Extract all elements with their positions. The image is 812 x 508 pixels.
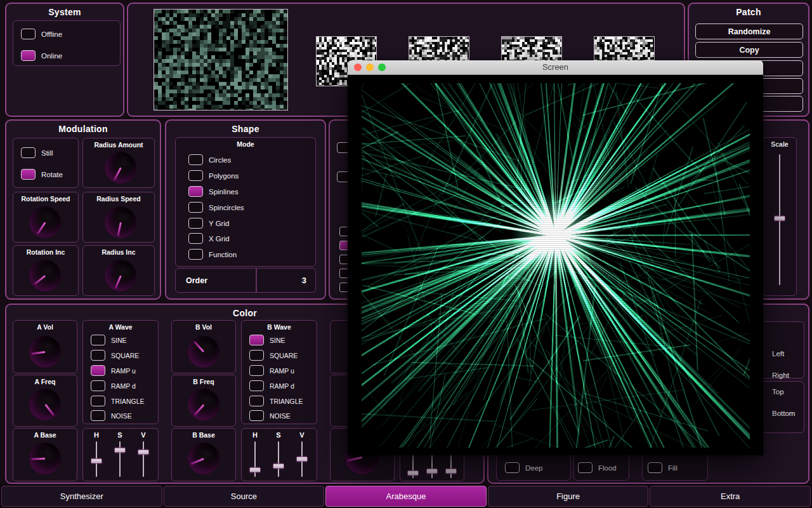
tab-synthesizer[interactable]: Synthesizer xyxy=(1,486,162,507)
a-wave-square[interactable]: SQUARE xyxy=(91,350,139,361)
slider-handle[interactable] xyxy=(445,469,457,474)
b-wave-sine[interactable]: SINE xyxy=(249,335,285,345)
a-vol-knob[interactable] xyxy=(29,336,61,368)
b-wave-square[interactable]: SQUARE xyxy=(249,350,298,361)
b-noise-checkbox[interactable] xyxy=(249,410,264,421)
a-h-slider[interactable] xyxy=(90,441,103,477)
slider-handle[interactable] xyxy=(249,467,261,472)
modulation-title: Modulation xyxy=(6,124,160,134)
b-wave-rampd[interactable]: RAMP d xyxy=(249,380,294,391)
online-checkbox[interactable] xyxy=(21,50,36,61)
a-v-slider[interactable] xyxy=(137,441,150,477)
ygrid-checkbox[interactable] xyxy=(188,218,203,229)
spinlines-checkbox[interactable] xyxy=(188,186,203,197)
radius-inc-knob[interactable] xyxy=(105,260,136,291)
a-wave-noise[interactable]: NOISE xyxy=(91,410,132,421)
slider-handle[interactable] xyxy=(774,215,785,221)
b-wave-rampu[interactable]: RAMP u xyxy=(249,365,294,376)
b-wave-triangle[interactable]: TRIANGLE xyxy=(249,396,303,406)
a-rampu-checkbox[interactable] xyxy=(91,365,105,376)
a-wave-triangle[interactable]: TRIANGLE xyxy=(91,396,145,406)
randomize-button[interactable]: Randomize xyxy=(695,23,803,39)
a-wave-rampu[interactable]: RAMP u xyxy=(91,365,136,376)
fill-label: Fill xyxy=(668,464,678,472)
mode-option-ygrid[interactable]: Y Grid xyxy=(188,218,229,229)
left-label[interactable]: Left xyxy=(772,350,784,358)
mode-option-circles[interactable]: Circles xyxy=(188,154,231,165)
slider-handle[interactable] xyxy=(296,457,308,462)
b-rampd-checkbox[interactable] xyxy=(249,380,264,391)
mode-option-function[interactable]: Function xyxy=(188,249,237,260)
deep-checkbox[interactable] xyxy=(505,462,520,473)
slider-handle[interactable] xyxy=(91,458,102,464)
b-base-knob[interactable] xyxy=(188,443,219,474)
b-v-slider[interactable] xyxy=(296,441,308,477)
mode-option-spincircles[interactable]: Spincircles xyxy=(188,202,244,213)
b-triangle-checkbox[interactable] xyxy=(249,396,264,406)
window-titlebar[interactable]: Screen xyxy=(348,60,763,75)
fill-checkbox[interactable] xyxy=(648,462,662,473)
bottom-label[interactable]: Bottom xyxy=(772,410,795,417)
scale-slider[interactable] xyxy=(772,154,787,285)
tab-source[interactable]: Source xyxy=(164,486,325,507)
polygons-checkbox[interactable] xyxy=(188,170,203,181)
scale-label: Scale xyxy=(763,140,796,148)
rotation-speed-knob[interactable] xyxy=(29,206,61,238)
slider-handle[interactable] xyxy=(407,470,419,476)
a-square-checkbox[interactable] xyxy=(91,350,105,361)
a-freq-knob[interactable] xyxy=(29,389,61,420)
copy-button[interactable]: Copy xyxy=(695,42,803,58)
b-vol-knob[interactable] xyxy=(188,336,219,368)
a-rampd-checkbox[interactable] xyxy=(91,380,105,391)
a-s-slider[interactable] xyxy=(114,441,126,477)
radius-amount-knob[interactable] xyxy=(105,152,136,184)
slider-handle[interactable] xyxy=(273,464,284,469)
slider-handle[interactable] xyxy=(426,469,438,474)
b-s-slider[interactable] xyxy=(272,441,285,477)
right-label[interactable]: Right xyxy=(772,371,789,379)
rotate-checkbox[interactable] xyxy=(21,169,36,180)
mode-option-polygons[interactable]: Polygons xyxy=(188,170,239,181)
a-base-knob[interactable] xyxy=(29,443,61,474)
function-checkbox[interactable] xyxy=(188,249,203,260)
flood-option[interactable]: Flood xyxy=(578,462,617,473)
spincircles-checkbox[interactable] xyxy=(188,202,203,213)
tab-arabesque[interactable]: Arabesque xyxy=(325,486,487,507)
circles-checkbox[interactable] xyxy=(188,154,203,165)
mode-option-spinlines[interactable]: Spinlines xyxy=(188,186,239,197)
tab-extra[interactable]: Extra xyxy=(650,486,811,507)
rotate-option[interactable]: Rotate xyxy=(21,169,63,180)
b-sine-checkbox[interactable] xyxy=(249,335,264,345)
large-noise-preview[interactable] xyxy=(154,9,288,110)
a-sine-checkbox[interactable] xyxy=(91,335,105,345)
a-noise-checkbox[interactable] xyxy=(91,410,105,421)
offline-checkbox[interactable] xyxy=(21,29,36,39)
a-wave-sine[interactable]: SINE xyxy=(91,335,127,345)
b-rampu-checkbox[interactable] xyxy=(249,365,264,376)
top-label[interactable]: Top xyxy=(772,388,784,396)
b-square-checkbox[interactable] xyxy=(249,350,264,361)
b-freq-knob[interactable] xyxy=(188,389,219,420)
slider-handle[interactable] xyxy=(138,449,149,455)
xgrid-checkbox[interactable] xyxy=(188,233,203,244)
flood-checkbox[interactable] xyxy=(578,462,593,473)
b-h-slider[interactable] xyxy=(249,441,261,477)
fill-option[interactable]: Fill xyxy=(648,462,678,473)
deep-option[interactable]: Deep xyxy=(505,462,543,473)
offline-option[interactable]: Offline xyxy=(21,29,62,39)
mode-option-xgrid[interactable]: X Grid xyxy=(188,233,230,244)
still-checkbox[interactable] xyxy=(21,147,36,158)
b-wave-noise[interactable]: NOISE xyxy=(249,410,291,421)
tab-figure[interactable]: Figure xyxy=(488,486,649,507)
rotation-inc-knob[interactable] xyxy=(29,260,61,291)
a-triangle-checkbox[interactable] xyxy=(91,396,105,406)
order-box[interactable]: Order 3 xyxy=(175,268,316,293)
screen-window[interactable]: Screen xyxy=(348,60,763,455)
online-option[interactable]: Online xyxy=(21,50,62,61)
slider-handle[interactable] xyxy=(114,448,126,453)
radius-speed-knob[interactable] xyxy=(105,206,136,238)
still-option[interactable]: Still xyxy=(21,147,53,158)
a-base-label: A Base xyxy=(13,431,77,439)
order-value[interactable]: 3 xyxy=(302,269,306,292)
a-wave-rampd[interactable]: RAMP d xyxy=(91,380,136,391)
